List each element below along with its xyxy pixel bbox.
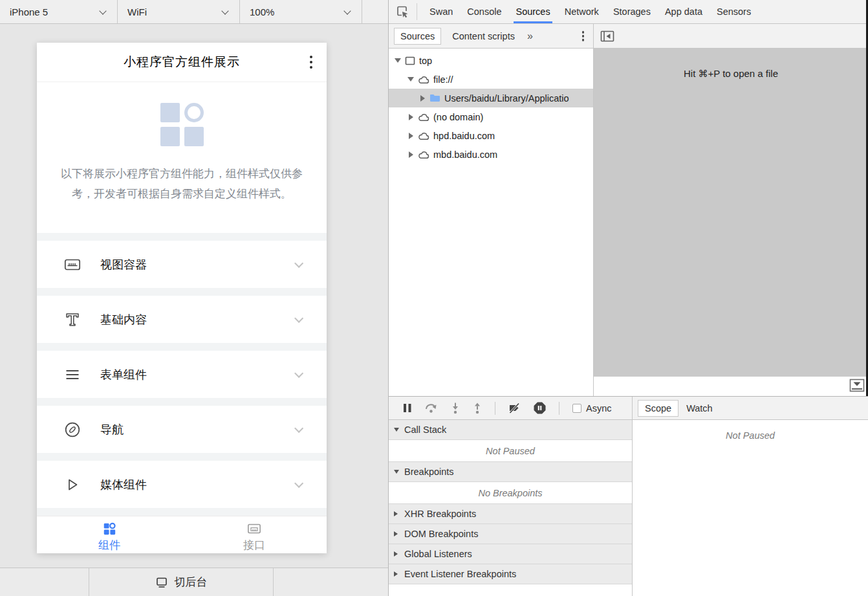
tree-label: file://	[433, 74, 453, 85]
tab-label: Sources	[400, 31, 435, 41]
disclosure-collapsed-icon	[394, 531, 404, 536]
navigator-tab-content-scripts[interactable]: Content scripts	[446, 28, 521, 45]
toolbar-divider	[559, 402, 559, 415]
show-drawer-icon[interactable]	[849, 379, 865, 393]
section-label: 视图容器	[100, 257, 147, 272]
devtools-tabs: Swan Console Sources Network Storages Ap…	[422, 0, 758, 23]
tree-row-mbd-baidu[interactable]: mbd.baidu.com	[389, 145, 593, 164]
step-into-icon[interactable]	[451, 403, 460, 414]
section-label: Call Stack	[404, 425, 446, 435]
tab-label: Storages	[613, 6, 651, 17]
disclosure-collapsed-icon	[394, 551, 404, 557]
tab-label: Swan	[429, 6, 453, 17]
disclosure-collapsed-icon[interactable]	[407, 114, 415, 120]
kebab-menu-icon[interactable]	[310, 56, 312, 69]
section-dom-breakpoints[interactable]: DOM Breakpoints	[389, 524, 632, 544]
section-event-listener-breakpoints[interactable]: Event Listener Breakpoints	[389, 564, 632, 584]
section-xhr-breakpoints[interactable]: XHR Breakpoints	[389, 504, 632, 524]
toolbar-divider	[495, 402, 495, 415]
simulator-stage: 小程序官方组件展示 以下将展示小程序官方组件能力，组件样式仅供参考，开发者可根据…	[0, 24, 388, 568]
switch-background-button[interactable]: 切后台	[89, 568, 274, 596]
disclosure-expanded-icon[interactable]	[407, 77, 415, 82]
disclosure-collapsed-icon[interactable]	[418, 95, 426, 102]
disclosure-collapsed-icon	[394, 511, 404, 516]
tree-row-file-protocol[interactable]: file://	[389, 70, 593, 89]
tab-sensors[interactable]: Sensors	[710, 0, 758, 23]
deactivate-breakpoints-icon[interactable]	[508, 403, 521, 414]
sources-main: Sources Content scripts » top	[389, 24, 868, 396]
tab-storages[interactable]: Storages	[606, 0, 658, 23]
section-media-components[interactable]: 媒体组件	[37, 461, 327, 508]
debugger-toolbar: Async	[389, 397, 632, 420]
chevron-down-icon	[343, 7, 351, 14]
ide-window: iPhone 5 WiFi 100% 小程序官方组件展示	[0, 0, 868, 596]
section-global-listeners[interactable]: Global Listeners	[389, 544, 632, 564]
disclosure-collapsed-icon[interactable]	[407, 133, 415, 139]
inspect-element-button[interactable]	[389, 3, 417, 20]
form-lines-icon	[64, 366, 81, 383]
app-hero: 以下将展示小程序官方组件能力，组件样式仅供参考，开发者可根据自身需求自定义组件样…	[37, 82, 327, 233]
tree-row-users-folder[interactable]: Users/baidu/Library/Applicatio	[389, 89, 593, 107]
tab-watch[interactable]: Watch	[680, 400, 719, 417]
cloud-icon	[418, 150, 429, 159]
section-form-components[interactable]: 表单组件	[37, 351, 327, 398]
tab-label: Console	[467, 6, 501, 17]
network-select[interactable]: WiFi	[118, 0, 240, 23]
step-over-icon[interactable]	[425, 403, 438, 414]
chevron-down-icon	[294, 313, 303, 322]
tab-swan[interactable]: Swan	[422, 0, 460, 23]
tab-app-data[interactable]: App data	[658, 0, 710, 23]
pause-icon[interactable]	[403, 403, 412, 413]
section-view-container[interactable]: 视图容器	[37, 241, 327, 288]
section-navigation[interactable]: 导航	[37, 406, 327, 453]
tab-api[interactable]: 接口	[182, 516, 327, 553]
simulator-pane: iPhone 5 WiFi 100% 小程序官方组件展示	[0, 0, 389, 596]
tab-label: Content scripts	[452, 31, 515, 41]
section-basic-content[interactable]: 基础内容	[37, 296, 327, 343]
device-select[interactable]: iPhone 5	[0, 0, 118, 23]
pause-on-exceptions-icon[interactable]	[534, 402, 546, 414]
open-file-hint: Hit ⌘+P to open a file	[684, 68, 778, 377]
tab-label: Watch	[686, 403, 713, 414]
step-out-icon[interactable]	[473, 403, 482, 414]
tab-sources[interactable]: Sources	[508, 0, 557, 23]
chevron-down-icon	[294, 368, 303, 377]
async-label: Async	[586, 403, 612, 414]
monitor-icon	[155, 576, 168, 589]
section-breakpoints[interactable]: Breakpoints	[389, 462, 632, 482]
section-call-stack[interactable]: Call Stack	[389, 420, 632, 440]
disclosure-expanded-icon	[394, 428, 404, 432]
navigator-tab-sources[interactable]: Sources	[394, 28, 441, 45]
section-label: 导航	[100, 422, 124, 437]
tab-network[interactable]: Network	[558, 0, 606, 23]
chevron-down-icon	[294, 423, 303, 432]
disclosure-expanded-icon[interactable]	[394, 58, 402, 63]
components-grid-icon	[102, 522, 116, 536]
tab-label: 接口	[243, 538, 265, 553]
async-checkbox[interactable]	[572, 404, 581, 413]
tab-console[interactable]: Console	[460, 0, 508, 23]
frame-icon	[405, 56, 415, 65]
tab-components[interactable]: 组件	[37, 516, 182, 553]
section-label: Breakpoints	[404, 467, 454, 477]
zoom-select[interactable]: 100%	[240, 0, 362, 23]
chevron-down-icon	[221, 7, 228, 14]
app-description: 以下将展示小程序官方组件能力，组件样式仅供参考，开发者可根据自身需求自定义组件样…	[37, 164, 327, 204]
tree-label: Users/baidu/Library/Applicatio	[444, 93, 569, 104]
section-label: XHR Breakpoints	[404, 509, 476, 519]
tree-label: hpd.baidu.com	[433, 131, 495, 141]
disclosure-collapsed-icon[interactable]	[407, 151, 415, 158]
app-title: 小程序官方组件展示	[124, 54, 240, 71]
scope-watch-tabs: Scope Watch	[633, 397, 868, 420]
tree-row-no-domain[interactable]: (no domain)	[389, 107, 593, 126]
kebab-menu-icon[interactable]	[582, 29, 585, 43]
folder-icon	[429, 94, 440, 102]
overflow-chevron[interactable]: »	[527, 30, 533, 42]
panel-collapse-icon[interactable]	[600, 30, 614, 42]
tree-row-hpd-baidu[interactable]: hpd.baidu.com	[389, 126, 593, 145]
tree-row-top[interactable]: top	[389, 51, 593, 70]
tab-label: Sensors	[717, 6, 751, 17]
breakpoints-message: No Breakpoints	[389, 482, 632, 504]
tab-scope[interactable]: Scope	[638, 400, 678, 417]
tab-label: App data	[665, 6, 702, 17]
